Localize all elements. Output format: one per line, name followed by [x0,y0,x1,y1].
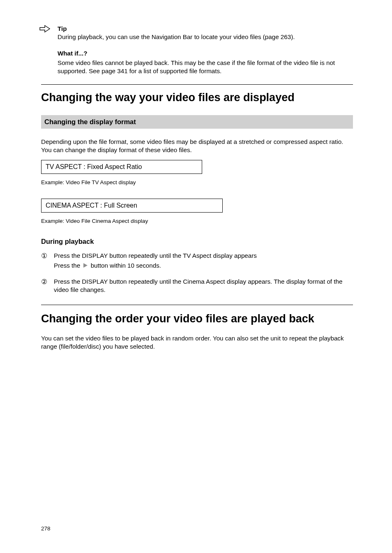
subsection-band: Changing the display format [41,115,353,129]
section-rule-2 [41,305,353,305]
tip-text: During playback, you can use the Navigat… [58,33,295,40]
svg-marker-0 [83,263,88,268]
section2-title: Changing the order your video files are … [41,312,353,326]
tip-label: Tip [58,25,67,32]
tv-aspect-box: TV ASPECT : Fixed Aspect Ratio [41,160,202,174]
arrow-right-icon [39,25,50,33]
step-2-text: Press the DISPLAY button repeatedly unti… [54,278,353,294]
cinema-aspect-box: CINEMA ASPECT : Full Screen [41,199,223,213]
cinema-aspect-caption: Example: Video File Cinema Aspect displa… [41,217,353,225]
section2-intro: You can set the video files to be played… [41,334,353,351]
tv-aspect-caption: Example: Video File TV Aspect display [41,179,353,186]
what-if-text: Some video files cannot be played back. … [58,59,353,75]
step-1-line-2a: Press the [54,262,80,269]
page-number: 278 [41,525,51,532]
step-1-line-2b: button within 10 seconds. [91,262,161,269]
step-number-2: ② [41,278,47,285]
steps-title: During playback [41,237,353,246]
play-icon [83,262,88,270]
section-intro: Depending upon the file format, some vid… [41,138,353,154]
section-rule [41,84,353,85]
section-title: Changing the way your video files are di… [41,90,353,105]
step-1-line-1: Press the DISPLAY button repeatedly unti… [54,252,257,259]
step-number-1: ① [41,252,47,259]
what-if-heading: What if...? [58,49,353,58]
